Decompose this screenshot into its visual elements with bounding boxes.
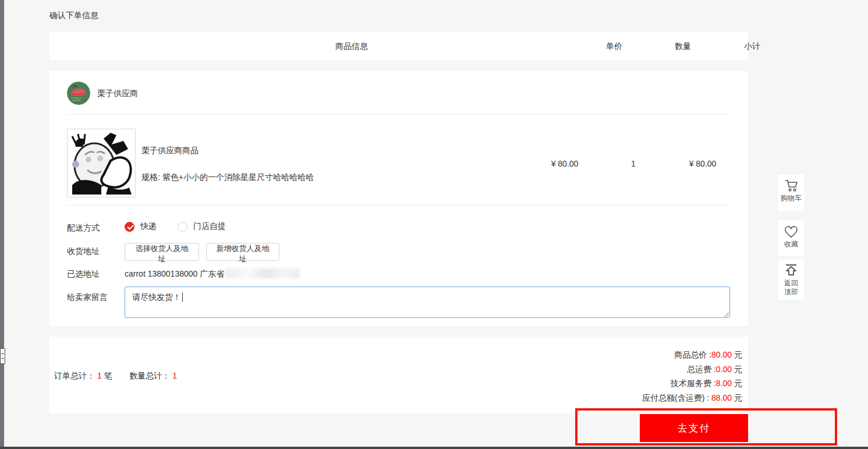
page-title: 确认下单信息 xyxy=(49,10,98,21)
bottom-window-edge xyxy=(0,447,868,449)
summary-row-payable-total: 应付总额(含运费) : 88.00 元 xyxy=(642,391,742,405)
column-header-product-info: 商品信息 xyxy=(293,41,410,52)
summary-row-shipping-fee: 总运费 :0.00 元 xyxy=(642,362,742,377)
add-address-button[interactable]: 新增收货人及地址 xyxy=(206,243,279,261)
divider xyxy=(67,205,731,206)
text-caret xyxy=(182,292,183,302)
left-window-edge xyxy=(0,0,4,447)
heart-icon xyxy=(784,225,799,239)
delivery-method-label: 配送方式 xyxy=(67,223,100,234)
order-total-unit: 笔 xyxy=(104,371,112,380)
seller-message-label: 给卖家留言 xyxy=(67,292,108,303)
delivery-option-store-pickup[interactable]: 门店自提 xyxy=(178,221,226,232)
quantity-total-value: 1 xyxy=(172,371,177,380)
product-subtotal: ¥ 80.00 xyxy=(674,159,732,168)
summary-row-service-fee: 技术服务费 :8.00 元 xyxy=(642,376,742,391)
column-header-subtotal: 小计 xyxy=(723,41,781,52)
price-summary: 商品总价 :80.00 元 总运费 :0.00 元 技术服务费 :8.00 元 … xyxy=(642,348,742,405)
textarea-resize-handle[interactable] xyxy=(723,311,729,317)
order-total-label: 订单总计： xyxy=(54,371,95,380)
seller-message-textarea[interactable]: 请尽快发货！ xyxy=(125,287,730,318)
clipped-side-element xyxy=(0,348,5,364)
product-unit-price: ¥ 80.00 xyxy=(536,159,594,168)
quantity-total-label: 数量总计： xyxy=(129,371,170,380)
seller-row: 栗子供应商 xyxy=(67,82,731,115)
seller-avatar[interactable] xyxy=(67,82,90,105)
radio-unchecked-icon[interactable] xyxy=(178,222,187,232)
order-table-header: 商品信息 单价 数量 小计 xyxy=(49,32,748,60)
radio-checked-icon[interactable] xyxy=(125,222,134,232)
sidebar-item-back-to-top[interactable]: 返回顶部 xyxy=(777,259,805,300)
order-totals-line: 订单总计： 1 笔 数量总计： 1 xyxy=(54,371,177,381)
column-header-quantity: 数量 xyxy=(654,41,712,52)
cart-icon xyxy=(784,179,799,193)
redacted-address-blur xyxy=(225,268,300,278)
order-total-value: 1 xyxy=(97,371,102,380)
product-quantity: 1 xyxy=(604,159,662,168)
product-image-graphic xyxy=(68,129,135,197)
order-main-panel: 栗子供应商 栗子供应商商品 规格: 紫色+小小的一个消除星星尺寸哈哈哈哈哈 ¥ … xyxy=(49,71,748,326)
select-address-button[interactable]: 选择收货人及地址 xyxy=(125,243,199,261)
delivery-option-express[interactable]: 快递 xyxy=(125,221,157,232)
seller-avatar-image xyxy=(67,82,90,105)
shipping-address-label: 收货地址 xyxy=(67,246,100,257)
selected-address-value: carrot 13800138000 广东省 xyxy=(125,268,300,280)
product-image[interactable] xyxy=(67,129,136,197)
summary-row-goods-total: 商品总价 :80.00 元 xyxy=(642,348,742,362)
product-spec: 规格: 紫色+小小的一个消除星星尺寸哈哈哈哈哈 xyxy=(141,172,314,183)
column-header-unit-price: 单价 xyxy=(585,41,643,52)
sidebar-item-cart[interactable]: 购物车 xyxy=(777,174,805,212)
selected-address-label: 已选地址 xyxy=(67,269,100,280)
sidebar-item-favorites[interactable]: 收藏 xyxy=(777,220,805,257)
order-summary-panel: 订单总计： 1 笔 数量总计： 1 商品总价 :80.00 元 总运费 :0.0… xyxy=(49,337,748,413)
delivery-options: 快递 门店自提 xyxy=(125,221,240,232)
seller-message-text: 请尽快发货！ xyxy=(132,292,181,302)
seller-name[interactable]: 栗子供应商 xyxy=(97,89,138,99)
pay-button[interactable]: 去支付 xyxy=(640,414,748,442)
back-to-top-icon xyxy=(784,263,799,278)
product-name[interactable]: 栗子供应商商品 xyxy=(141,146,199,156)
